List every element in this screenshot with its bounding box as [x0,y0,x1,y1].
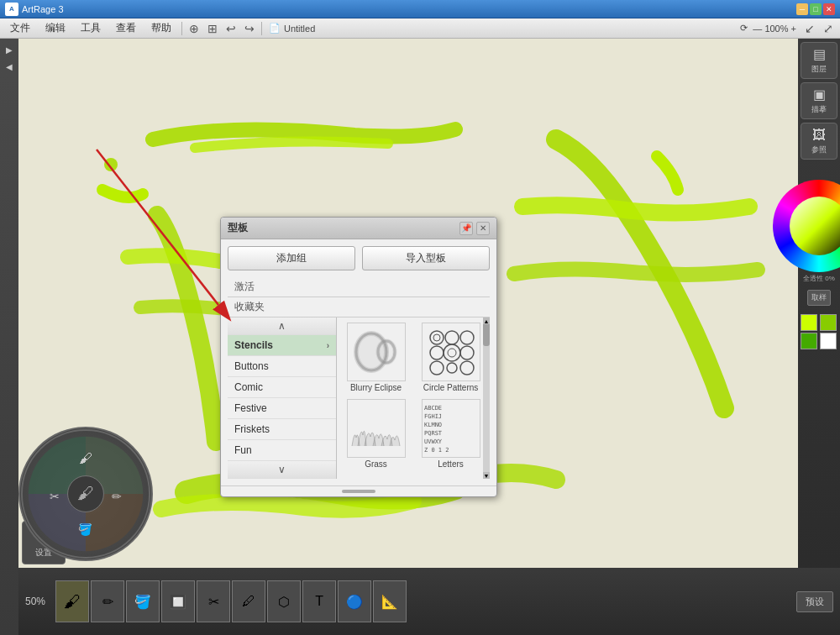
scroll-down-arrow[interactable]: ▼ [483,472,490,479]
tool-1[interactable]: ▶ [2,42,17,57]
left-toolbar: ▶ ◀ [0,39,18,635]
tool-thumb-10[interactable]: 📐 [373,580,407,622]
stencil-blurry-eclipse[interactable]: Blurry Eclipse [340,321,412,394]
zoom-fit-btn[interactable]: ↙ [801,20,818,37]
import-btn[interactable]: 导入型板 [362,246,490,270]
zoom-pct-label: 50% [25,596,45,607]
list-item-stencils-label: Stencils [234,339,273,351]
dialog-resize-handle[interactable] [342,490,375,493]
layers-label: 图层 [811,64,827,75]
tool-thumb-8[interactable]: T [302,580,336,622]
swatch-2[interactable] [820,314,837,331]
svg-text:🪣: 🪣 [78,522,93,537]
toolbar-grid[interactable]: ⊞ [204,20,221,37]
layers-panel-btn[interactable]: ▤ 图层 [801,42,837,79]
list-item-buttons[interactable]: Buttons [228,356,336,377]
dialog-controls[interactable]: 📌 ✕ [459,222,490,235]
tool-thumb-5[interactable]: ✂ [197,580,230,622]
menu-tools[interactable]: 工具 [74,19,108,37]
dialog-right-panel: Blurry Eclipse [337,318,490,479]
list-item-friskets-label: Friskets [234,423,270,435]
sample-button[interactable]: 取样 [807,290,831,306]
maximize-button[interactable]: □ [810,3,822,15]
svg-text:🖌: 🖌 [79,451,92,465]
favorites-label: 收藏夹 [228,297,490,318]
list-scroll-down[interactable]: ∨ [228,461,336,479]
color-swatches [801,314,837,349]
tool-strip: 🖌 ✏ 🪣 🔲 ✂ 🖊 ⬡ T 🔵 📐 [55,580,786,622]
tracing-panel-btn[interactable]: ▣ 描摹 [801,82,837,119]
list-item-stencils[interactable]: Stencils › [228,335,336,356]
tracing-icon: ▣ [813,87,826,102]
svg-text:UVWXY: UVWXY [424,438,443,445]
right-panel-area: ▤ 图层 ▣ 描摹 🖼 参照 全透性 0% 取样 [798,39,840,635]
tool-wheel[interactable]: 🖌 ✏ 🪣 ✂ 🖌 [18,427,153,561]
menu-view[interactable]: 查看 [109,19,143,37]
tool-2[interactable]: ◀ [2,59,17,74]
zoom-full-btn[interactable]: ⤢ [820,20,837,37]
add-group-btn[interactable]: 添加组 [228,246,355,270]
tool-thumb-3[interactable]: 🪣 [126,580,160,622]
dialog-pin-btn[interactable]: 📌 [459,222,473,235]
list-item-friskets[interactable]: Friskets [228,419,336,440]
right-panel-scrollbar[interactable]: ▲ ▼ [483,318,490,479]
stencil-thumb-eclipse [347,323,406,381]
menu-help[interactable]: 帮助 [144,19,178,37]
svg-point-22 [460,346,474,359]
swatch-4[interactable] [820,333,837,349]
toolbar-move[interactable]: ⊕ [186,20,202,37]
list-item-arrow-stencils: › [327,341,329,350]
document-icon: 📄 [269,23,281,34]
svg-point-16 [433,334,440,341]
stencil-thumb-circles [422,323,480,381]
stencil-eclipse-label: Blurry Eclipse [350,383,402,392]
list-item-comic[interactable]: Comic [228,377,336,398]
tool-thumb-1[interactable]: 🖌 [55,580,89,622]
scroll-up-arrow[interactable]: ▲ [483,318,490,324]
menu-edit[interactable]: 编辑 [39,19,72,37]
svg-text:PQRST: PQRST [424,430,443,437]
swatch-1[interactable] [801,314,817,331]
opacity-label: 全透性 0% [773,274,840,283]
titlebar: A ArtRage 3 ─ □ ✕ [0,0,840,18]
swatch-3[interactable] [801,333,817,349]
tool-thumb-4[interactable]: 🔲 [161,580,195,622]
menu-file[interactable]: 文件 [3,19,37,37]
svg-text:Z 0 1 2: Z 0 1 2 [424,447,449,454]
svg-point-13 [378,341,395,363]
stencil-circle-patterns[interactable]: Circle Patterns [415,321,486,394]
list-item-comic-label: Comic [234,381,263,393]
document-name: Untitled [284,24,315,34]
dialog-close-btn[interactable]: ✕ [476,222,490,235]
list-scroll-up[interactable]: ∧ [228,318,336,335]
dialog-body: 添加组 导入型板 激活 收藏夹 ∧ Stencils › Buttons [221,239,496,485]
toolbar-redo[interactable]: ↪ [241,20,258,37]
titlebar-buttons[interactable]: ─ □ ✕ [796,3,835,15]
close-button[interactable]: ✕ [823,3,835,15]
toolbar-undo[interactable]: ↩ [223,20,239,37]
svg-point-25 [460,361,474,375]
svg-text:ABCDE: ABCDE [424,405,442,412]
preset-button[interactable]: 预设 [796,591,833,612]
color-wheel[interactable] [773,180,840,272]
dialog-content: ∧ Stencils › Buttons Comic Festive [228,318,490,479]
svg-point-24 [447,363,457,373]
stencil-grass[interactable]: Grass [340,397,412,470]
tool-thumb-7[interactable]: ⬡ [267,580,301,622]
tool-thumb-6[interactable]: 🖊 [232,580,265,622]
svg-rect-26 [348,400,405,457]
minimize-button[interactable]: ─ [796,3,808,15]
stencil-dialog[interactable]: 型板 📌 ✕ 添加组 导入型板 激活 收藏夹 ∧ Stencils [220,217,497,497]
preset-label: 预设 [806,596,824,606]
scrollbar-thumb[interactable] [483,321,490,346]
list-item-fun-label: Fun [234,444,252,456]
reference-panel-btn[interactable]: 🖼 参照 [801,123,837,160]
color-picker-area[interactable]: 全透性 0% [773,180,840,283]
list-item-fun[interactable]: Fun [228,440,336,461]
svg-point-1 [104,158,118,171]
tool-thumb-2[interactable]: ✏ [91,580,124,622]
menu-separator-2 [261,22,262,35]
tool-thumb-9[interactable]: 🔵 [338,580,371,622]
stencil-letters[interactable]: ABCDE FGHIJ KLMNO PQRST UVWXY Z 0 1 2 Le… [415,397,486,470]
list-item-festive[interactable]: Festive [228,398,336,419]
